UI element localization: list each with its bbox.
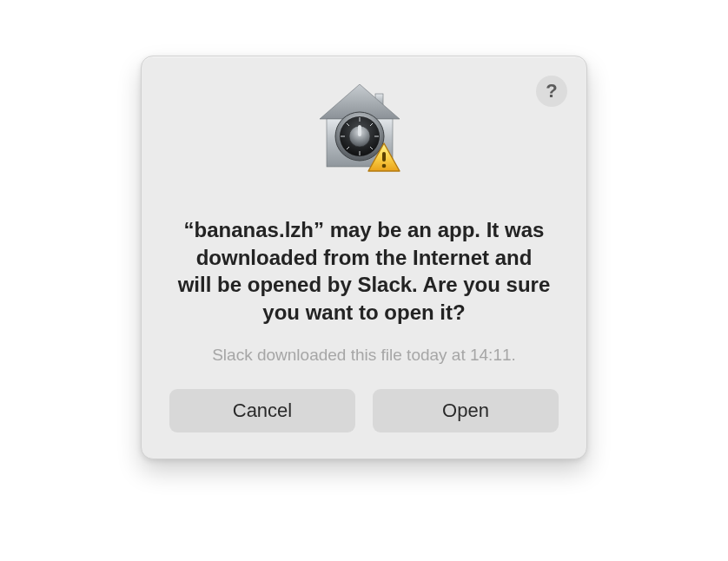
dialog-heading: “bananas.lzh” may be an app. It was down…: [177, 216, 551, 327]
svg-point-16: [382, 164, 387, 168]
dialog-button-row: Cancel Open: [169, 389, 559, 432]
open-button[interactable]: Open: [373, 389, 559, 432]
cancel-button[interactable]: Cancel: [169, 389, 355, 432]
help-icon: ?: [546, 80, 557, 102]
gatekeeper-dialog: ?: [141, 56, 587, 459]
svg-rect-14: [358, 125, 361, 136]
svg-rect-15: [382, 152, 386, 162]
gatekeeper-icon: [169, 84, 559, 187]
help-button[interactable]: ?: [536, 76, 567, 107]
dialog-subtext: Slack downloaded this file today at 14:1…: [169, 346, 559, 365]
